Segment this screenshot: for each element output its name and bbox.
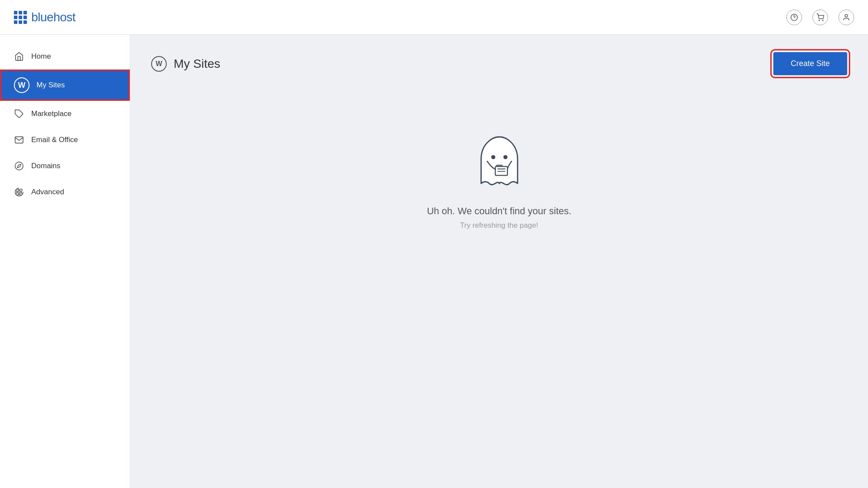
page-header: W My Sites Create Site <box>151 52 847 75</box>
help-button[interactable] <box>786 10 802 25</box>
sidebar-label-email-office: Email & Office <box>31 136 78 144</box>
page-title-area: W My Sites <box>151 56 220 72</box>
sidebar: Home W My Sites Marketplace <box>0 35 130 488</box>
compass-icon <box>14 161 24 171</box>
wordpress-icon: W <box>14 77 30 93</box>
sidebar-item-advanced[interactable]: Advanced <box>0 179 130 205</box>
svg-point-8 <box>19 192 20 193</box>
header: bluehost <box>0 0 868 35</box>
empty-state: Uh oh. We couldn't find your sites. Try … <box>151 96 847 247</box>
main-content: W My Sites Create Site <box>130 35 868 488</box>
home-icon <box>14 51 24 62</box>
svg-point-12 <box>503 155 507 159</box>
sidebar-item-my-sites[interactable]: W My Sites <box>0 70 130 101</box>
cart-button[interactable] <box>812 10 828 25</box>
sidebar-label-domains: Domains <box>31 162 60 170</box>
sidebar-item-home[interactable]: Home <box>0 43 130 70</box>
cart-icon <box>816 13 824 21</box>
user-button[interactable] <box>838 10 854 25</box>
svg-point-6 <box>15 162 23 170</box>
tag-icon <box>14 109 24 119</box>
mail-icon <box>14 135 24 145</box>
svg-rect-14 <box>495 166 507 176</box>
main-layout: Home W My Sites Marketplace <box>0 35 868 488</box>
header-actions <box>786 10 854 25</box>
svg-point-11 <box>491 155 495 159</box>
empty-state-hint: Try refreshing the page! <box>460 221 538 230</box>
svg-marker-7 <box>17 164 21 168</box>
sidebar-item-marketplace[interactable]: Marketplace <box>0 101 130 127</box>
create-site-button[interactable]: Create Site <box>773 52 847 75</box>
empty-state-message: Uh oh. We couldn't find your sites. <box>427 206 571 217</box>
logo-grid-icon <box>14 11 27 24</box>
sidebar-label-home: Home <box>31 52 51 61</box>
svg-point-3 <box>822 20 823 21</box>
ghost-illustration <box>471 131 528 192</box>
logo: bluehost <box>14 10 76 24</box>
page-title: My Sites <box>174 57 220 71</box>
logo-text: bluehost <box>31 10 76 24</box>
user-icon <box>842 13 850 21</box>
atom-icon <box>14 187 24 197</box>
sidebar-label-my-sites: My Sites <box>36 81 65 90</box>
page-title-wp-icon: W <box>151 56 167 72</box>
sidebar-item-email-office[interactable]: Email & Office <box>0 127 130 153</box>
svg-point-2 <box>819 20 820 21</box>
sidebar-item-domains[interactable]: Domains <box>0 153 130 179</box>
sidebar-label-marketplace: Marketplace <box>31 110 72 118</box>
question-icon <box>790 13 798 21</box>
svg-point-4 <box>845 14 848 17</box>
sidebar-label-advanced: Advanced <box>31 188 64 196</box>
